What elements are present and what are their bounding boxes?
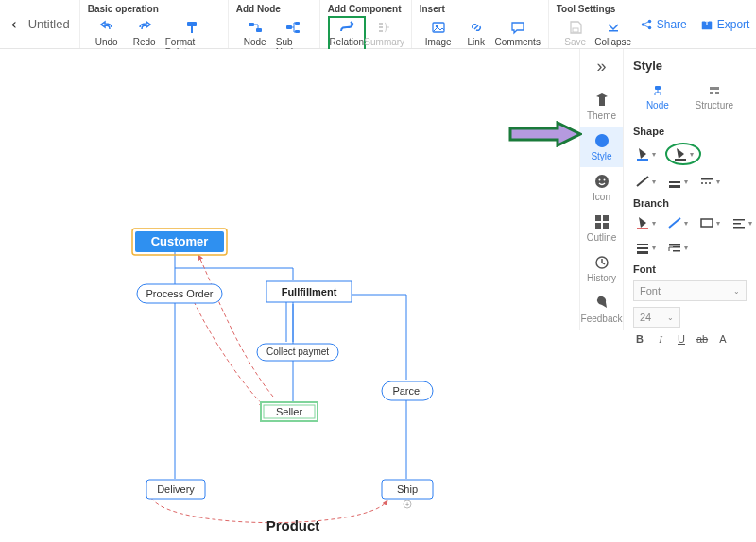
svg-rect-25 — [257, 344, 338, 361]
node-customer[interactable]: Customer — [132, 229, 227, 255]
comments-button[interactable]: Comments — [495, 16, 541, 51]
italic-button[interactable]: I — [654, 333, 667, 345]
branch-align-button[interactable]: ▾ — [730, 214, 754, 231]
node-collect-payment[interactable]: Collect paymet — [257, 344, 338, 361]
relation-icon — [339, 20, 354, 35]
border-dash-button[interactable]: ▾ — [697, 173, 722, 190]
svg-rect-5 — [295, 22, 300, 25]
annotation-arrow — [508, 121, 582, 147]
svg-rect-53 — [669, 181, 680, 183]
share-button[interactable]: Share — [640, 18, 687, 31]
chevron-down-icon: ⌄ — [733, 287, 740, 296]
branch-line-button[interactable]: ▾ — [665, 214, 690, 231]
redo-icon — [137, 20, 152, 35]
chevron-down-icon: ⌄ — [667, 313, 674, 322]
node-process-order[interactable]: Process Order — [137, 284, 222, 303]
svg-rect-58 — [733, 219, 745, 221]
title-area: ‹ Untitled — [0, 0, 79, 48]
format-painter-icon — [184, 20, 199, 35]
undo-icon — [99, 20, 114, 35]
svg-rect-0 — [187, 22, 197, 26]
rail-feedback[interactable]: Feedback — [580, 289, 623, 330]
group-title: Add Component — [328, 4, 404, 14]
svg-rect-51 — [675, 159, 686, 161]
svg-rect-12 — [573, 28, 578, 32]
comments-icon — [510, 20, 525, 35]
chevron-down-icon: ▾ — [652, 150, 656, 159]
branch-color-button[interactable]: ▾ — [633, 214, 658, 231]
branch-indent-button[interactable]: ▾ — [665, 239, 690, 256]
branch-rect-button[interactable]: ▾ — [697, 214, 722, 231]
tab-node[interactable]: Node — [646, 84, 669, 110]
chevron-down-icon: ▾ — [652, 219, 656, 228]
svg-rect-34 — [382, 480, 433, 499]
chevron-down-icon: ▾ — [684, 219, 688, 228]
link-button[interactable]: Link — [457, 16, 495, 51]
node-parcel[interactable]: Parcel — [382, 381, 433, 400]
svg-point-16 — [647, 25, 651, 29]
svg-rect-21 — [137, 284, 222, 303]
summary-button[interactable]: Summary — [366, 16, 404, 51]
svg-point-40 — [603, 179, 605, 181]
chevron-down-icon: ▾ — [652, 244, 656, 252]
tab-structure[interactable]: Structure — [696, 84, 734, 110]
rail-history[interactable]: History — [580, 248, 623, 289]
rail-outline[interactable]: Outline — [580, 208, 623, 248]
bold-button[interactable]: B — [633, 333, 646, 345]
font-select[interactable]: Font⌄ — [633, 280, 747, 301]
sub-node-icon — [285, 20, 301, 35]
svg-rect-54 — [669, 185, 680, 188]
svg-rect-59 — [733, 223, 741, 225]
svg-rect-6 — [295, 30, 300, 33]
panel-tabs: Node Structure — [633, 84, 747, 110]
collapse-button[interactable]: Collapse — [594, 16, 632, 51]
svg-rect-42 — [603, 215, 609, 221]
canvas[interactable]: Customer Process Order Fullfillment Coll… — [0, 49, 579, 542]
underline-button[interactable]: U — [675, 333, 688, 345]
image-button[interactable]: Image — [420, 16, 457, 51]
node-delivery[interactable]: Delivery — [146, 480, 205, 499]
font-size-select[interactable]: 24⌄ — [633, 307, 680, 328]
export-button[interactable]: Export — [700, 18, 750, 31]
svg-rect-61 — [637, 244, 648, 245]
relation-button[interactable]: Relation — [328, 16, 366, 51]
section-font: Font — [633, 263, 747, 275]
branch-width-button[interactable]: ▾ — [633, 239, 658, 256]
node-fullfillment[interactable]: Fullfillment — [266, 281, 352, 302]
rail-collapse-button[interactable]: » — [596, 57, 606, 76]
border-width-button[interactable]: ▾ — [665, 173, 690, 190]
node-seller[interactable]: Seller — [261, 402, 318, 421]
svg-rect-48 — [710, 92, 713, 94]
chevron-down-icon: ▾ — [716, 219, 720, 228]
svg-point-38 — [595, 175, 609, 188]
chevron-down-icon: ▾ — [684, 178, 688, 186]
group-insert: Insert Image Link Comments — [411, 0, 548, 48]
svg-rect-2 — [249, 23, 254, 26]
svg-rect-28 — [264, 405, 315, 418]
back-button[interactable]: ‹ — [9, 15, 19, 33]
node-ship[interactable]: Ship + — [382, 480, 433, 508]
rail-theme[interactable]: Theme — [580, 86, 623, 127]
rail-icon[interactable]: Icon — [580, 167, 623, 208]
svg-rect-63 — [637, 251, 648, 254]
svg-rect-4 — [286, 25, 292, 29]
svg-rect-50 — [637, 159, 648, 161]
chevron-down-icon: ▾ — [684, 244, 688, 252]
svg-point-15 — [647, 19, 651, 23]
chevron-down-icon: ▾ — [690, 150, 694, 159]
save-icon — [568, 20, 583, 35]
border-style-button[interactable]: ▾ — [633, 173, 658, 190]
panel-title: Style — [633, 59, 747, 73]
group-title: Tool Settings — [557, 4, 632, 14]
svg-rect-55 — [701, 178, 713, 180]
strike-button[interactable]: ab — [696, 333, 709, 345]
shape-fill-button[interactable]: ▾ — [633, 145, 658, 162]
svg-rect-32 — [146, 480, 205, 499]
group-title: Insert — [420, 4, 541, 14]
svg-rect-60 — [733, 227, 745, 229]
shape-style-button[interactable]: ▾ — [665, 143, 701, 165]
font-color-button[interactable]: A — [716, 333, 730, 345]
svg-rect-13 — [609, 30, 618, 32]
save-button[interactable]: Save — [557, 16, 594, 51]
rail-style[interactable]: Style — [580, 127, 623, 167]
